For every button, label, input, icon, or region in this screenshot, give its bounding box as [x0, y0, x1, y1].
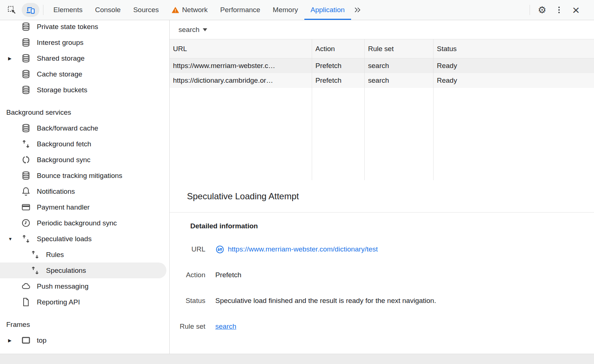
sidebar-item-speculative-loads[interactable]: ▼Speculative loads [0, 231, 169, 247]
column-header-url[interactable]: URL [170, 39, 312, 58]
sidebar-item-label: Speculations [46, 267, 86, 275]
sidebar-item-label: Background fetch [37, 140, 91, 148]
gear-icon: ⚙ [538, 5, 546, 15]
card-icon [21, 202, 31, 212]
database-icon [21, 171, 31, 181]
sidebar-item-label: Speculative loads [37, 235, 92, 243]
settings-button[interactable]: ⚙ [535, 3, 549, 17]
sidebar-item-private-state-tokens[interactable]: Private state tokens [0, 20, 169, 35]
chevron-down-icon[interactable]: ▼ [7, 236, 21, 242]
tab-elements[interactable]: Elements [47, 0, 89, 20]
tab-sources[interactable]: Sources [127, 0, 165, 20]
sidebar-item-periodic-background-sync[interactable]: Periodic background sync [0, 215, 169, 231]
toggle-device-toolbar-button[interactable] [22, 3, 39, 17]
tab-memory[interactable]: Memory [266, 0, 304, 20]
cell-status[interactable]: Ready [434, 58, 594, 73]
sidebar-item-shared-storage[interactable]: ▶Shared storage [0, 50, 169, 66]
tab-label: Application [311, 6, 345, 14]
url-link[interactable]: https://www.merriam-webster.com/dictiona… [228, 245, 378, 253]
empty-cell [170, 88, 312, 180]
database-icon [21, 53, 31, 63]
tab-label: Sources [133, 6, 159, 14]
close-icon: × [572, 4, 580, 16]
sidebar-item-background-fetch[interactable]: Background fetch [0, 136, 169, 152]
speculations-table: URLActionRule setStatus https://www.merr… [170, 39, 594, 180]
updown-icon [30, 250, 40, 260]
sidebar-list: Private state tokensInterest groups▶Shar… [0, 20, 169, 348]
updown-icon [21, 234, 31, 244]
speculations-panel: search URLActionRule setStatus https://w… [170, 20, 594, 354]
empty-cell [434, 88, 594, 180]
devtools-window: ElementsConsoleSourcesNetworkPerformance… [0, 0, 594, 364]
tab-application[interactable]: Application [304, 0, 351, 20]
sidebar-item-label: Interest groups [37, 39, 84, 47]
cell-rule-set[interactable]: search [365, 58, 434, 73]
bell-icon [21, 186, 31, 196]
detail-row-status: StatusSpeculative load finished and the … [170, 288, 594, 314]
cell-url[interactable]: https://www.merriam-webster.c… [170, 58, 312, 73]
sidebar-item-notifications[interactable]: Notifications [0, 183, 169, 199]
warning-triangle-icon [172, 6, 179, 14]
cell-action[interactable]: Prefetch [312, 73, 365, 88]
tab-label: Performance [220, 6, 260, 14]
rule-set-link[interactable]: search [215, 322, 236, 331]
close-devtools-button[interactable]: × [569, 3, 583, 17]
sidebar-item-storage-buckets[interactable]: Storage buckets [0, 82, 169, 98]
tab-performance[interactable]: Performance [214, 0, 266, 20]
sidebar-item-push-messaging[interactable]: Push messaging [0, 278, 169, 294]
sidebar-item-label: Private state tokens [37, 23, 98, 31]
sidebar-item-speculations[interactable]: Speculations [0, 263, 166, 278]
sidebar-item-label: Storage buckets [37, 86, 87, 94]
table-row[interactable]: https://www.merriam-webster.c…Prefetchse… [170, 58, 594, 73]
dropdown-caret-icon [203, 28, 207, 31]
clock-icon [21, 218, 31, 228]
inspect-cursor-icon [7, 5, 17, 15]
sidebar-item-cache-storage[interactable]: Cache storage [0, 66, 169, 82]
detail-label: URL [170, 245, 205, 253]
detail-value: Prefetch [215, 271, 594, 279]
chevron-right-icon[interactable]: ▶ [7, 338, 21, 343]
device-toolbar-icon [26, 5, 35, 15]
tab-label: Memory [273, 6, 298, 14]
frame-icon [21, 335, 31, 345]
sidebar-item-rules[interactable]: Rules [0, 247, 169, 263]
cell-url[interactable]: https://dictionary.cambridge.or… [170, 73, 312, 88]
ruleset-filter-dropdown[interactable]: search [178, 26, 207, 34]
column-header-status[interactable]: Status [434, 39, 594, 58]
kebab-menu-icon [558, 6, 560, 14]
detail-value: Speculative load finished and the result… [215, 297, 594, 305]
chevron-right-icon[interactable]: ▶ [7, 56, 21, 61]
cell-status[interactable]: Ready [434, 73, 594, 88]
cell-rule-set[interactable]: search [365, 73, 434, 88]
column-header-rule-set[interactable]: Rule set [365, 39, 434, 58]
detail-row-action: ActionPrefetch [170, 262, 594, 288]
sidebar-item-label: Shared storage [37, 54, 85, 63]
customize-menu-button[interactable] [552, 3, 566, 17]
detail-row-rule-set: Rule setsearch [170, 314, 594, 339]
tab-strip: ElementsConsoleSourcesNetworkPerformance… [47, 0, 351, 20]
devtools-tabbar: ElementsConsoleSourcesNetworkPerformance… [0, 0, 594, 20]
column-header-action[interactable]: Action [312, 39, 365, 58]
sidebar-item-bounce-tracking-mitigations[interactable]: Bounce tracking mitigations [0, 168, 169, 183]
sidebar-item-top[interactable]: ▶top [0, 332, 169, 348]
cell-action[interactable]: Prefetch [312, 58, 365, 73]
sidebar-item-back-forward-cache[interactable]: Back/forward cache [0, 120, 169, 136]
filter-label: search [178, 26, 199, 34]
inspect-element-button[interactable] [5, 3, 19, 17]
section-title: Speculative Loading Attempt [187, 191, 299, 201]
sidebar-item-payment-handler[interactable]: Payment handler [0, 199, 169, 215]
sidebar-item-label: Reporting API [37, 298, 80, 306]
more-tabs-button[interactable] [351, 3, 364, 17]
toolbar-separator-right [530, 5, 530, 15]
empty-cell [312, 88, 365, 180]
sidebar-item-reporting-api[interactable]: Reporting API [0, 294, 169, 310]
sidebar-item-background-sync[interactable]: Background sync [0, 152, 169, 168]
sidebar-item-label: top [37, 336, 46, 345]
tab-label: Console [95, 6, 121, 14]
tab-label: Elements [53, 6, 82, 14]
tab-network[interactable]: Network [165, 0, 214, 20]
detail-row-url: URLhttps://www.merriam-webster.com/dicti… [170, 236, 594, 262]
sidebar-item-interest-groups[interactable]: Interest groups [0, 35, 169, 50]
tab-console[interactable]: Console [89, 0, 127, 20]
table-row[interactable]: https://dictionary.cambridge.or…Prefetch… [170, 73, 594, 88]
